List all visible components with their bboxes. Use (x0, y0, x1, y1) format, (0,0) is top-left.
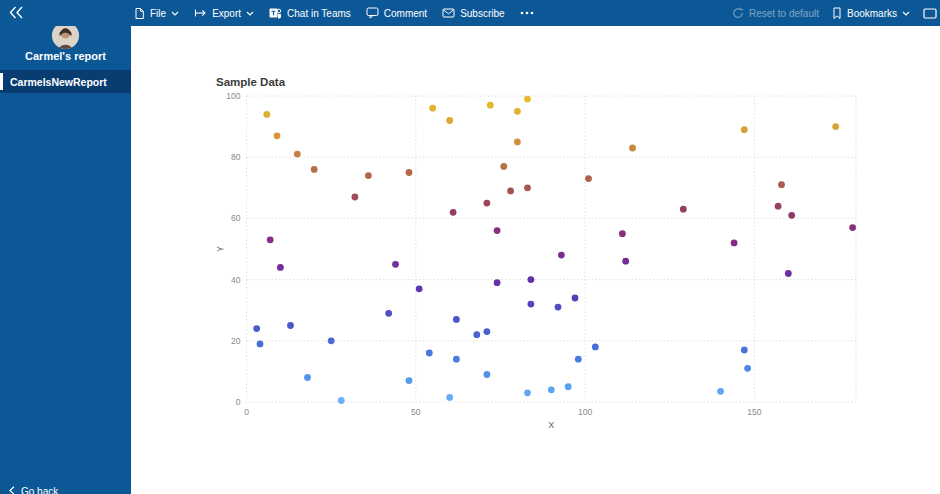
data-point[interactable] (473, 331, 480, 338)
y-axis-label: Y (215, 246, 225, 252)
chat-in-teams-button[interactable]: Chat in Teams (269, 7, 351, 19)
data-point[interactable] (446, 117, 453, 124)
data-point[interactable] (528, 276, 535, 283)
data-point[interactable] (274, 132, 281, 139)
data-point[interactable] (507, 188, 514, 195)
data-point[interactable] (426, 350, 433, 357)
data-point[interactable] (487, 102, 494, 109)
data-point[interactable] (619, 230, 626, 237)
data-point[interactable] (622, 258, 629, 265)
data-point[interactable] (450, 209, 457, 216)
data-point[interactable] (555, 304, 562, 311)
data-point[interactable] (494, 279, 501, 286)
data-point[interactable] (484, 200, 491, 207)
sidebar-item-label: CarmelsNewReport (10, 76, 107, 88)
data-point[interactable] (453, 356, 460, 363)
chevron-left-icon (9, 486, 15, 494)
data-point[interactable] (365, 172, 372, 179)
data-point[interactable] (575, 356, 582, 363)
data-point[interactable] (287, 322, 294, 329)
data-point[interactable] (484, 371, 491, 378)
data-point[interactable] (338, 397, 345, 404)
data-point[interactable] (717, 388, 724, 395)
data-point[interactable] (585, 175, 592, 182)
comment-icon (366, 7, 379, 19)
data-point[interactable] (558, 252, 565, 259)
export-menu-label: Export (212, 8, 241, 19)
frame-icon (923, 8, 937, 19)
comment-label: Comment (384, 8, 427, 19)
collapse-sidebar-button[interactable] (8, 6, 24, 20)
data-point[interactable] (500, 163, 507, 170)
subscribe-label: Subscribe (460, 8, 504, 19)
data-point[interactable] (416, 285, 423, 292)
chevron-down-icon (902, 11, 910, 16)
report-canvas: 020406080100050100150YXSample Data (131, 26, 940, 494)
data-point[interactable] (785, 270, 792, 277)
data-point[interactable] (257, 341, 264, 348)
top-toolbar: File Export (0, 0, 940, 26)
data-point[interactable] (592, 344, 599, 351)
data-point[interactable] (775, 203, 782, 210)
data-point[interactable] (453, 316, 460, 323)
data-point[interactable] (524, 184, 531, 191)
data-point[interactable] (744, 365, 751, 372)
reset-to-default-label: Reset to default (749, 8, 819, 19)
data-point[interactable] (392, 261, 399, 268)
data-point[interactable] (385, 310, 392, 317)
subscribe-button[interactable]: Subscribe (442, 8, 504, 19)
data-point[interactable] (788, 212, 795, 219)
data-point[interactable] (514, 108, 521, 115)
more-options-button[interactable] (520, 11, 534, 15)
data-point[interactable] (680, 206, 687, 213)
fit-to-page-button[interactable] (923, 8, 937, 19)
data-point[interactable] (524, 389, 531, 396)
x-tick-label: 100 (578, 407, 592, 417)
teams-icon (269, 7, 282, 19)
go-back-label: Go back (21, 486, 58, 494)
y-tick-label: 20 (231, 336, 241, 346)
go-back-button[interactable]: Go back (9, 486, 58, 494)
comment-button[interactable]: Comment (366, 7, 427, 19)
export-icon (194, 8, 207, 18)
data-point[interactable] (253, 325, 260, 332)
data-point[interactable] (849, 224, 856, 231)
data-point[interactable] (429, 105, 436, 112)
sidebar-item-carmelsnewreport[interactable]: CarmelsNewReport (0, 70, 131, 93)
data-point[interactable] (311, 166, 318, 173)
data-point[interactable] (484, 328, 491, 335)
data-point[interactable] (277, 264, 284, 271)
data-point[interactable] (267, 236, 274, 243)
data-point[interactable] (548, 386, 555, 393)
x-tick-label: 150 (747, 407, 761, 417)
data-point[interactable] (294, 151, 301, 158)
data-point[interactable] (304, 374, 311, 381)
data-point[interactable] (494, 227, 501, 234)
data-point[interactable] (741, 126, 748, 133)
scatter-chart-visual[interactable]: 020406080100050100150YXSample Data (210, 70, 870, 438)
data-point[interactable] (406, 377, 413, 384)
data-point[interactable] (514, 139, 521, 146)
data-point[interactable] (328, 337, 335, 344)
data-point[interactable] (352, 194, 359, 201)
data-point[interactable] (263, 111, 270, 118)
reset-to-default-button[interactable]: Reset to default (732, 7, 819, 19)
bookmarks-button[interactable]: Bookmarks (832, 7, 910, 20)
data-point[interactable] (572, 295, 579, 302)
data-point[interactable] (524, 96, 531, 103)
chart-title: Sample Data (216, 76, 286, 88)
data-point[interactable] (565, 383, 572, 390)
export-menu-button[interactable]: Export (194, 8, 254, 19)
data-point[interactable] (446, 394, 453, 401)
avatar (52, 22, 79, 49)
data-point[interactable] (406, 169, 413, 176)
double-chevron-left-icon (9, 7, 24, 22)
data-point[interactable] (778, 181, 785, 188)
data-point[interactable] (528, 301, 535, 308)
file-menu-button[interactable]: File (134, 7, 179, 20)
data-point[interactable] (629, 145, 636, 152)
data-point[interactable] (741, 347, 748, 354)
sidebar: Carmel's report CarmelsNewReport Go back (0, 26, 131, 494)
data-point[interactable] (731, 240, 738, 247)
data-point[interactable] (832, 123, 839, 130)
